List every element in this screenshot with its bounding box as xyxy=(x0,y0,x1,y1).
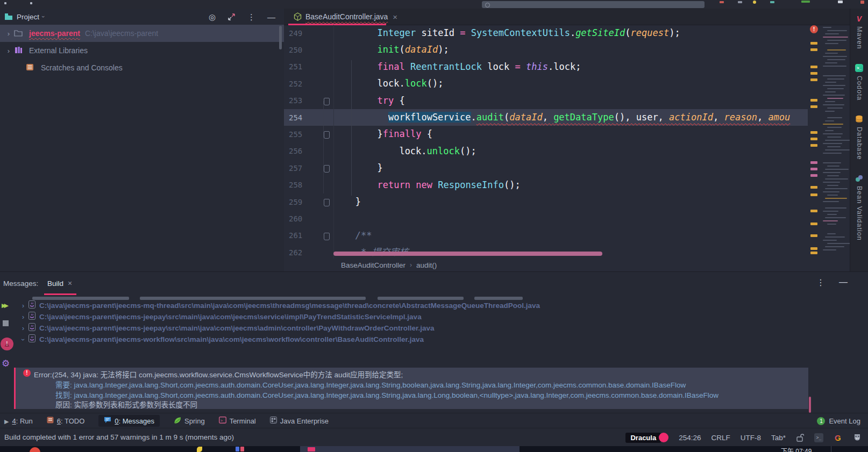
error-filter-icon[interactable]: ▲! xyxy=(1,338,13,350)
warning-stripe-mark[interactable] xyxy=(810,247,817,250)
warning-stripe-mark[interactable] xyxy=(810,48,817,51)
taskbar-app-icon[interactable] xyxy=(197,447,202,452)
code-line[interactable]: 257} xyxy=(284,160,808,176)
warning-stripe-mark[interactable] xyxy=(810,234,817,237)
toolwindow-button-run[interactable]: ▶4: Run xyxy=(4,417,33,425)
project-tree-item[interactable]: ›jeecms-parentC:\java\jeecms-parent xyxy=(0,25,284,42)
line-number[interactable]: 253 xyxy=(284,96,308,105)
chevron-right-icon[interactable]: › xyxy=(4,47,13,55)
line-number[interactable]: 255 xyxy=(284,130,308,139)
build-file-row[interactable]: ›C:\java\jeecms-parent\jeecms-jeepay\src… xyxy=(14,311,422,322)
line-number[interactable]: 259 xyxy=(284,198,308,206)
tool-tab-codota[interactable]: >_Codota xyxy=(855,63,863,101)
project-tree-item[interactable]: ›External Libraries xyxy=(0,42,284,59)
warning-stripe-mark[interactable] xyxy=(810,144,817,147)
code-area[interactable]: 249Integer siteId = SystemContextUtils.g… xyxy=(284,25,808,259)
kebab-menu-icon[interactable]: ⋮ xyxy=(247,13,255,21)
code-line[interactable]: 261/** xyxy=(284,227,808,244)
fold-marker-icon[interactable] xyxy=(324,131,330,139)
rerun-icon[interactable]: ▶▶ xyxy=(2,302,6,309)
file-encoding[interactable]: UTF-8 xyxy=(741,434,761,442)
chevron-right-icon[interactable]: › xyxy=(4,30,13,38)
code-line[interactable]: 258return new ResponseInfo(); xyxy=(284,177,808,193)
warning-stripe-mark[interactable] xyxy=(810,193,817,196)
code-line[interactable]: 260 xyxy=(284,210,808,227)
line-number[interactable]: 258 xyxy=(284,181,308,189)
minimap[interactable] xyxy=(822,25,850,256)
toolwindow-button-todo[interactable]: 6: TODO xyxy=(47,417,85,425)
chevron-collapsed-icon[interactable]: › xyxy=(19,325,27,332)
horizontal-scrollbar[interactable] xyxy=(333,252,602,256)
build-file-row[interactable]: ›C:\java\jeecms-parent\jeecms-workflow\s… xyxy=(14,334,424,345)
settings-gear-icon[interactable]: ⚙ xyxy=(2,358,10,369)
close-icon[interactable]: × xyxy=(393,12,397,21)
project-scrollbar[interactable] xyxy=(279,26,282,49)
error-stripe[interactable]: ! xyxy=(808,9,821,271)
line-number[interactable]: 251 xyxy=(284,62,308,71)
chevron-collapsed-icon[interactable]: › xyxy=(19,302,27,310)
error-entry[interactable]: ! Error:(254, 34) java: 无法将接口 com.jeecms… xyxy=(14,368,808,409)
breadcrumb-member[interactable]: audit() xyxy=(416,261,437,269)
code-line[interactable]: 250init(dataId); xyxy=(284,41,808,58)
toolwindow-button-terminal[interactable]: >_Terminal xyxy=(219,417,256,425)
stripe-mark[interactable] xyxy=(810,168,817,170)
editor-tab[interactable]: BaseAuditController.java × xyxy=(288,9,403,25)
code-line[interactable]: 259} xyxy=(284,193,808,210)
warning-stripe-mark[interactable] xyxy=(810,210,817,212)
search-input[interactable] xyxy=(482,1,705,8)
hide-panel-icon[interactable]: — xyxy=(267,13,275,21)
stripe-mark[interactable] xyxy=(810,174,817,177)
taskbar-app-icon[interactable] xyxy=(240,447,244,451)
warning-stripe-mark[interactable] xyxy=(810,223,817,225)
warning-stripe-mark[interactable] xyxy=(810,131,817,134)
build-file-row[interactable]: ›C:\java\jeecms-parent\jeecms-mq-thread\… xyxy=(14,300,540,311)
google-icon[interactable]: G xyxy=(834,433,843,442)
project-tree-item[interactable]: Scratches and Consoles xyxy=(0,59,284,76)
taskbar-app-icon[interactable] xyxy=(236,447,239,451)
line-number[interactable]: 257 xyxy=(284,164,308,173)
line-number[interactable]: 254 xyxy=(284,113,308,122)
line-number[interactable]: 262 xyxy=(284,248,308,257)
stripe-mark[interactable] xyxy=(810,161,817,164)
warning-stripe-mark[interactable] xyxy=(810,105,817,108)
error-stripe-error-mark[interactable]: ! xyxy=(810,25,818,33)
code-line[interactable]: 249Integer siteId = SystemContextUtils.g… xyxy=(284,25,808,41)
warning-stripe-mark[interactable] xyxy=(810,99,817,102)
warning-stripe-mark[interactable] xyxy=(810,72,817,75)
chevron-expanded-icon[interactable]: › xyxy=(19,336,27,343)
code-line[interactable]: 255}finally { xyxy=(284,126,808,142)
warning-stripe-mark[interactable] xyxy=(810,66,817,68)
fold-marker-icon[interactable] xyxy=(324,165,330,173)
stop-icon[interactable] xyxy=(3,320,9,326)
tool-tab-database[interactable]: Database xyxy=(855,114,863,160)
toolwindow-button-java-enterprise[interactable]: Java Enterprise xyxy=(270,417,329,425)
theme-widget[interactable]: Dracula xyxy=(625,433,668,443)
fold-marker-icon[interactable] xyxy=(324,98,330,105)
line-number[interactable]: 261 xyxy=(284,231,308,240)
os-taskbar[interactable]: 下午 07:49 xyxy=(0,446,868,452)
taskbar-active-app[interactable] xyxy=(300,446,520,452)
caret-position[interactable]: 254:26 xyxy=(679,434,701,442)
build-tab[interactable]: Build xyxy=(47,279,63,288)
code-line[interactable]: 253try { xyxy=(284,92,808,109)
collapse-all-icon[interactable] xyxy=(227,13,236,21)
code-line[interactable]: 251final ReentrantLock lock = this.lock; xyxy=(284,59,808,75)
tool-tab-maven[interactable]: VMaven xyxy=(856,14,863,49)
line-number[interactable]: 249 xyxy=(284,29,308,38)
chevron-collapsed-icon[interactable]: › xyxy=(19,313,27,321)
toolwindow-button-spring[interactable]: Spring xyxy=(174,417,205,426)
code-line[interactable]: 256lock.unlock(); xyxy=(284,143,808,160)
warning-stripe-mark[interactable] xyxy=(810,252,817,254)
taskbar-app-icon[interactable] xyxy=(30,447,40,452)
chevron-down-icon[interactable]: › xyxy=(40,16,47,18)
indent-setting[interactable]: Tab* xyxy=(771,434,786,442)
warning-stripe-mark[interactable] xyxy=(810,78,817,81)
locate-icon[interactable]: ◎ xyxy=(209,13,216,21)
toolwindow-button-messages[interactable]: 0: Messages xyxy=(98,415,160,427)
breadcrumb-class[interactable]: BaseAuditController xyxy=(341,261,405,269)
code-line[interactable]: 252lock.lock(); xyxy=(284,75,808,92)
close-icon[interactable]: × xyxy=(68,279,72,288)
fold-marker-icon[interactable] xyxy=(324,199,330,206)
terminal-mini-icon[interactable]: >_ xyxy=(814,433,823,442)
project-panel-title[interactable]: Project xyxy=(17,13,39,21)
